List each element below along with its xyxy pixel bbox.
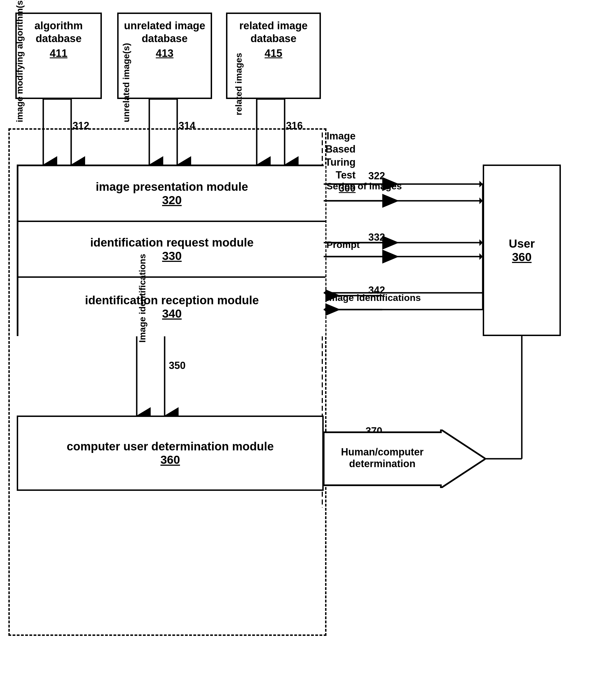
presentation-module-label: image presentation module: [96, 180, 248, 193]
number-316: 316: [286, 120, 303, 132]
related-database-number: 415: [232, 47, 315, 60]
svg-marker-35: [479, 253, 483, 260]
prompt-label: Prompt: [326, 239, 360, 250]
reception-module-label: identification reception module: [85, 294, 259, 307]
svg-marker-34: [479, 239, 483, 246]
presentation-module-box: image presentation module 320: [18, 166, 325, 222]
number-322: 322: [368, 170, 385, 182]
computer-user-module-box: computer user determination module 360: [17, 415, 324, 491]
user-number: 360: [512, 250, 532, 264]
main-module-container: image presentation module 320 identifica…: [17, 165, 324, 336]
human-computer-label: Human/computer determination: [331, 446, 434, 470]
algorithm-database-label: algorithm database: [34, 20, 83, 44]
presentation-module-number: 320: [162, 193, 182, 207]
unrelated-database-label: unrelated image database: [124, 20, 205, 44]
number-332: 332: [368, 231, 385, 243]
algorithm-database-box: algorithm database 411: [15, 12, 102, 99]
computer-user-module-label: computer user determination module: [67, 440, 274, 453]
related-database-label: related image database: [240, 20, 308, 44]
request-module-label: identification request module: [90, 236, 254, 249]
user-label: User: [509, 237, 535, 250]
image-modifying-label: image modifying algorithm(s): [14, 0, 25, 123]
reception-module-box: identification reception module 340: [18, 278, 325, 336]
unrelated-images-label: unrelated image(s): [121, 43, 131, 123]
svg-marker-30: [479, 181, 483, 187]
series-of-images-label: Series of images: [326, 181, 402, 191]
svg-marker-31: [479, 198, 483, 204]
computer-user-module-number: 360: [160, 453, 180, 467]
user-box: User 360: [483, 165, 561, 336]
image-identifications-down-label: Image identifications: [137, 254, 148, 342]
image-identifications-right-label: Image identifications: [326, 292, 421, 303]
unrelated-database-number: 413: [123, 47, 206, 60]
number-314: 314: [179, 120, 195, 132]
reception-module-number: 340: [162, 307, 182, 320]
related-images-label: related images: [234, 53, 244, 115]
unrelated-database-box: unrelated image database 413: [117, 12, 212, 99]
request-module-number: 330: [162, 249, 182, 263]
request-module-box: identification request module 330: [18, 222, 325, 278]
algorithm-database-number: 411: [21, 47, 96, 60]
number-350: 350: [169, 360, 186, 372]
number-312: 312: [73, 120, 89, 132]
